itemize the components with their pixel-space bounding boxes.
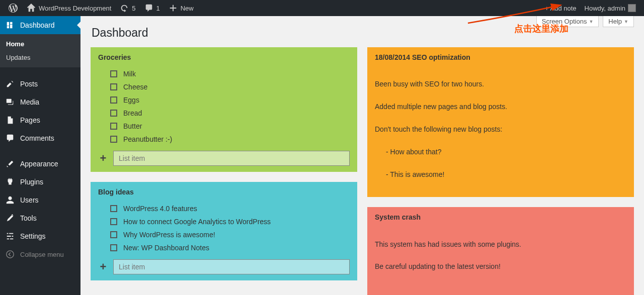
list-item[interactable]: Why WordPress is awesome! <box>110 228 350 241</box>
menu-settings[interactable]: Settings <box>0 227 80 245</box>
note-crash: System crash This system has had issues … <box>367 207 634 295</box>
admin-bar: WordPress Development 5 1 New + Add note… <box>0 0 644 16</box>
menu-tools[interactable]: Tools <box>0 209 80 227</box>
checkbox-icon[interactable] <box>110 218 117 225</box>
user-icon <box>5 195 15 205</box>
menu-users[interactable]: Users <box>0 191 80 209</box>
add-note-button[interactable]: + Add note <box>541 0 581 16</box>
checkbox-icon[interactable] <box>110 83 117 90</box>
note-title: Blog ideas <box>98 188 350 196</box>
admin-sidebar: Dashboard Home Updates Posts Media Pages… <box>0 16 80 295</box>
dashboard-icon <box>5 20 15 30</box>
checkbox-icon[interactable] <box>110 244 117 251</box>
checkbox-icon[interactable] <box>110 96 117 104</box>
comments-icon <box>5 133 15 143</box>
menu-pages[interactable]: Pages <box>0 111 80 129</box>
page-icon <box>5 115 15 125</box>
chevron-down-icon: ▼ <box>589 19 593 24</box>
list-item[interactable]: New: WP Dashboard Notes <box>110 241 350 254</box>
checkbox-icon[interactable] <box>110 231 117 238</box>
plug-icon <box>5 177 15 187</box>
content-area: Screen Options▼ Help▼ Dashboard Grocerie… <box>80 16 644 295</box>
submenu-dashboard: Home Updates <box>0 34 80 67</box>
menu-plugins[interactable]: Plugins <box>0 173 80 191</box>
sliders-icon <box>5 231 15 241</box>
help-button[interactable]: Help▼ <box>603 16 634 27</box>
updates-count: 5 <box>132 5 135 12</box>
list-item[interactable]: Milk <box>110 67 350 80</box>
comment-icon <box>144 3 154 13</box>
checkbox-icon[interactable] <box>110 123 117 130</box>
note-body: Been busy with SEO for two hours. Added … <box>375 67 626 191</box>
list-item[interactable]: Cheese <box>110 80 350 93</box>
add-item-button[interactable]: + <box>98 260 108 273</box>
media-icon <box>5 97 15 107</box>
brush-icon <box>5 159 15 169</box>
list-item-input[interactable] <box>113 151 350 166</box>
updates-link[interactable]: 5 <box>115 0 139 16</box>
site-name-link[interactable]: WordPress Development <box>22 0 115 16</box>
menu-posts[interactable]: Posts <box>0 75 80 93</box>
comments-link[interactable]: 1 <box>140 0 164 16</box>
note-title: 18/08/2014 SEO optimization <box>375 53 626 61</box>
note-title: Groceries <box>98 53 350 61</box>
list-item[interactable]: Peanutbutter :-) <box>110 133 350 146</box>
new-link[interactable]: New <box>164 0 198 16</box>
home-icon <box>26 3 36 13</box>
howdy-link[interactable]: Howdy, admin <box>581 0 640 16</box>
list-item-input[interactable] <box>113 259 350 274</box>
checkbox-icon[interactable] <box>110 205 117 212</box>
checkbox-icon[interactable] <box>110 136 117 143</box>
pin-icon <box>5 79 15 89</box>
menu-dashboard[interactable]: Dashboard <box>0 16 80 34</box>
add-item-button[interactable]: + <box>98 152 108 165</box>
collapse-icon <box>5 249 15 259</box>
list-item[interactable]: Bread <box>110 107 350 120</box>
list-item[interactable]: How to connect Google Analytics to WordP… <box>110 215 350 228</box>
wordpress-icon <box>8 3 18 13</box>
howdy-text: Howdy, admin <box>585 5 625 12</box>
note-body: This system has had issues with some plu… <box>375 227 626 295</box>
collapse-menu[interactable]: Collapse menu <box>0 245 80 263</box>
menu-appearance[interactable]: Appearance <box>0 155 80 173</box>
wp-logo[interactable] <box>4 0 22 16</box>
list-item[interactable]: Eggs <box>110 93 350 107</box>
list-item[interactable]: WordPress 4.0 features <box>110 202 350 215</box>
submenu-updates[interactable]: Updates <box>0 51 80 64</box>
note-blog-ideas: Blog ideas WordPress 4.0 features How to… <box>91 182 357 280</box>
annotation-text: 点击这里添加 <box>514 23 569 35</box>
avatar <box>628 4 636 12</box>
menu-comments[interactable]: Comments <box>0 129 80 147</box>
note-seo: 18/08/2014 SEO optimization Been busy wi… <box>367 47 634 197</box>
wrench-icon <box>5 213 15 223</box>
plus-icon <box>168 3 178 13</box>
menu-media[interactable]: Media <box>0 93 80 111</box>
chevron-down-icon: ▼ <box>624 19 628 24</box>
note-groceries: Groceries Milk Cheese Eggs Bread Butter … <box>91 47 357 172</box>
refresh-icon <box>119 3 129 13</box>
list-item[interactable]: Butter <box>110 120 350 133</box>
checkbox-icon[interactable] <box>110 110 117 117</box>
note-title: System crash <box>375 213 626 221</box>
comments-count: 1 <box>156 5 160 12</box>
checkbox-icon[interactable] <box>110 70 117 77</box>
svg-point-0 <box>7 251 14 258</box>
submenu-home[interactable]: Home <box>0 37 80 51</box>
new-text: New <box>181 5 194 12</box>
site-name-text: WordPress Development <box>39 5 111 12</box>
